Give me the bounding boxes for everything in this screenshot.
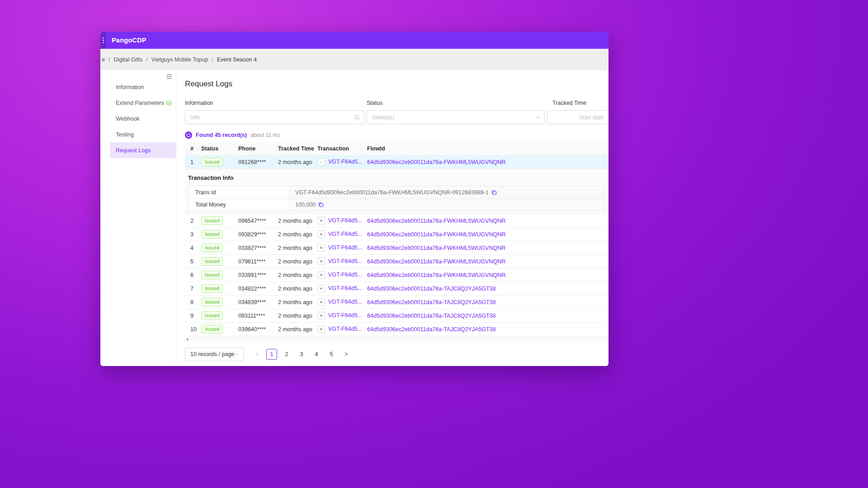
table-row[interactable]: 6 Issued 033991**** 2 months ago +VGT-F6… (185, 268, 609, 282)
breadcrumb-item[interactable]: Digital Gifts (113, 56, 142, 63)
status-badge: Issued (201, 284, 223, 293)
sidebar-item-request-logs[interactable]: Request Logs (110, 142, 176, 158)
scroll-left-icon[interactable] (186, 338, 188, 341)
row-index-cell: 4 (190, 245, 201, 251)
transaction-info-panel: Transaction Info Trans Id VGT-F64d5d9306… (185, 169, 609, 214)
sidebar-item-label: Request Logs (116, 147, 151, 154)
phone-cell: 093829**** (238, 231, 278, 238)
page-button-2[interactable]: 2 (281, 349, 292, 360)
flowid-link[interactable]: 64d5d9306ec2eb00011da76a-TAJC8Q2YJA5GT38 (367, 326, 495, 333)
status-filter-label: Status (367, 100, 545, 106)
phone-cell: 034822**** (238, 286, 278, 292)
transaction-link[interactable]: VGT-F64d5... (328, 326, 362, 332)
transaction-info-row: Trans Id VGT-F64d5d9306ec2eb00011da76a-F… (189, 186, 604, 198)
copy-icon[interactable] (491, 190, 497, 195)
flowid-link[interactable]: 64d5d9306ec2eb00011da76a-FWKHML5WUGVNQNR (367, 231, 505, 238)
breadcrumb-separator: / (108, 56, 110, 63)
page-button-1[interactable]: 1 (266, 349, 277, 360)
table-row[interactable]: 4 Issued 033827**** 2 months ago +VGT-F6… (185, 241, 609, 255)
tracked-time-filter-label: Tracked Time (547, 100, 609, 106)
transaction-link[interactable]: VGT-F64d5... (328, 231, 362, 237)
table-row[interactable]: 1 Issued 091268**** 2 months ago -VGT-F6… (185, 155, 609, 169)
next-page-button[interactable]: > (341, 349, 352, 360)
sidebar-item-testing[interactable]: Testing (110, 127, 176, 142)
start-date-input[interactable] (547, 110, 609, 124)
more-menu-icon[interactable] (100, 32, 106, 49)
row-index-cell: 5 (190, 258, 201, 265)
transaction-link[interactable]: VGT-F64d5... (328, 258, 362, 264)
table-row[interactable]: 8 Issued 034839**** 2 months ago +VGT-F6… (185, 296, 609, 309)
status-select[interactable] (367, 110, 545, 124)
page-size-select[interactable]: 10 records / page (185, 347, 244, 361)
breadcrumb-item[interactable]: Vietguys Mobile Topup (151, 56, 208, 63)
table-row[interactable]: 3 Issued 093829**** 2 months ago +VGT-F6… (185, 228, 609, 241)
tracked-time-cell: 2 months ago (278, 159, 317, 165)
page-button-4[interactable]: 4 (311, 349, 322, 360)
page-button-5[interactable]: 5 (326, 349, 337, 360)
transaction-link[interactable]: VGT-F64d5... (328, 159, 362, 165)
table-row[interactable]: 5 Issued 079611**** 2 months ago +VGT-F6… (185, 255, 609, 268)
breadcrumb: e/Digital Gifts/Vietguys Mobile Topup/Ev… (100, 49, 609, 70)
flowid-link[interactable]: 64d5d9306ec2eb00011da76a-FWKHML5WUGVNQNR (367, 272, 505, 278)
expand-row-button[interactable]: + (317, 285, 325, 292)
status-badge: Issued (201, 257, 223, 266)
expand-row-button[interactable]: + (317, 217, 325, 225)
row-index-cell: 10 (190, 326, 201, 333)
flowid-link[interactable]: 64d5d9306ec2eb00011da76a-FWKHML5WUGVNQNR (367, 218, 505, 224)
prev-page-button[interactable]: < (251, 349, 262, 360)
flowid-link[interactable]: 64d5d9306ec2eb00011da76a-FWKHML5WUGVNQNR (367, 245, 505, 251)
horizontal-scrollbar[interactable] (185, 337, 609, 342)
tracked-time-filter: Tracked Time (547, 100, 609, 124)
transaction-link[interactable]: VGT-F64d5... (328, 272, 362, 278)
transaction-link[interactable]: VGT-F64d5... (328, 312, 362, 319)
flowid-link[interactable]: 64d5d9306ec2eb00011da76a-TAJC8Q2YJA5GT38 (367, 313, 495, 319)
row-index-cell: 2 (190, 218, 201, 224)
table-row[interactable]: 10 Issued 039640**** 2 months ago +VGT-F… (185, 323, 609, 336)
info-input[interactable] (185, 110, 364, 124)
chevron-down-icon (234, 352, 239, 357)
transaction-link[interactable]: VGT-F64d5... (328, 244, 362, 251)
table-row[interactable]: 2 Issued 096547**** 2 months ago +VGT-F6… (185, 214, 609, 228)
column-header-index: # (190, 145, 201, 152)
sidebar-item-webhook[interactable]: Webhook (110, 111, 176, 127)
status-badge: Issued (201, 216, 223, 225)
sidebar-item-extend-parameters[interactable]: Extend Parameters (110, 95, 176, 111)
collapse-sidebar-icon[interactable] (166, 73, 173, 80)
column-header-transaction: Transaction (317, 145, 367, 152)
tracked-time-cell: 2 months ago (278, 313, 317, 319)
phone-cell: 034839**** (238, 299, 278, 305)
table-row[interactable]: 9 Issued 093111**** 2 months ago +VGT-F6… (185, 309, 609, 323)
flowid-link[interactable]: 64d5d9306ec2eb00011da76a-TAJC8Q2YJA5GT38 (367, 286, 495, 292)
found-records-text: Found 45 record(s) (196, 132, 247, 138)
transaction-link[interactable]: VGT-F64d5... (328, 285, 362, 291)
information-filter: Information (185, 100, 364, 124)
breadcrumb-item[interactable]: e (102, 56, 105, 63)
transaction-link[interactable]: VGT-F64d5... (328, 299, 362, 305)
copy-icon[interactable] (318, 202, 324, 207)
tracked-time-cell: 2 months ago (278, 299, 317, 305)
column-header-tracked-time: Tracked Time (278, 145, 317, 152)
flowid-link[interactable]: 64d5d9306ec2eb00011da76a-FWKHML5WUGVNQNR (367, 258, 505, 265)
expand-row-button[interactable]: + (317, 298, 325, 306)
expand-row-button[interactable]: + (317, 325, 325, 333)
expand-row-button[interactable]: + (317, 271, 325, 279)
check-circle-icon (166, 100, 172, 106)
info-field (185, 110, 364, 124)
column-header-status: Status (201, 145, 238, 152)
tracked-time-cell: 2 months ago (278, 326, 317, 333)
flowid-link[interactable]: 64d5d9306ec2eb00011da76a-TAJC8Q2YJA5GT38 (367, 299, 495, 305)
row-index-cell: 1 (190, 159, 201, 165)
sidebar-item-information[interactable]: Information (110, 79, 176, 95)
expand-row-button[interactable]: - (317, 158, 325, 166)
expand-row-button[interactable]: + (317, 244, 325, 252)
breadcrumb-item[interactable]: Event Season 4 (217, 56, 257, 63)
flowid-link[interactable]: 64d5d9306ec2eb00011da76a-FWKHML5WUGVNQNR (367, 159, 505, 165)
expand-row-button[interactable]: + (317, 312, 325, 319)
column-header-phone: Phone (238, 145, 278, 152)
table-row[interactable]: 7 Issued 034822**** 2 months ago +VGT-F6… (185, 282, 609, 296)
expand-row-button[interactable]: + (317, 230, 325, 238)
expand-row-button[interactable]: + (317, 258, 325, 265)
phone-cell: 093111**** (238, 313, 278, 319)
page-button-3[interactable]: 3 (296, 349, 307, 360)
transaction-link[interactable]: VGT-F64d5... (328, 217, 362, 224)
